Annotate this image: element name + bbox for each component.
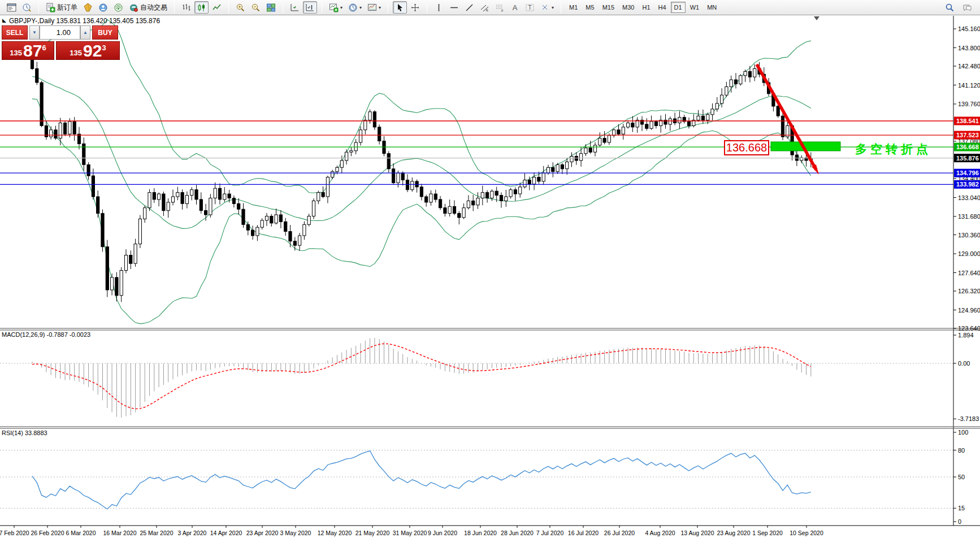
timeframe-button-w1[interactable]: W1 <box>687 2 703 13</box>
templates-button[interactable]: ▾ <box>365 1 383 14</box>
svg-text:4 Aug 2020: 4 Aug 2020 <box>645 530 675 536</box>
buy-button[interactable]: BUY <box>92 25 118 40</box>
svg-text:F: F <box>501 9 504 12</box>
horizontal-line-tool-button[interactable] <box>447 1 461 14</box>
price-axis-label-134.796: 134.796 <box>954 169 980 177</box>
text-tool-button[interactable]: A <box>508 1 522 14</box>
chart-window-button[interactable] <box>5 1 19 14</box>
svg-text:16 Jul 2020: 16 Jul 2020 <box>568 530 599 536</box>
line-chart-button[interactable] <box>210 1 224 14</box>
chart-title: GBPJPY-,Daily 135.831 136.420 135.405 13… <box>9 17 160 25</box>
auto-trading-icon <box>129 3 138 12</box>
periods-icon <box>348 3 358 12</box>
svg-text:23 Aug 2020: 23 Aug 2020 <box>717 530 751 536</box>
periods-button[interactable]: ▾ <box>346 1 364 14</box>
channel-tool-button[interactable]: E <box>478 1 492 14</box>
crosshair-tool-button[interactable] <box>408 1 422 14</box>
svg-text:25 Mar 2020: 25 Mar 2020 <box>140 530 174 536</box>
fibonacci-tool-button[interactable]: F <box>493 1 507 14</box>
zoom-in-icon <box>236 3 245 12</box>
zoom-in-button[interactable] <box>233 1 248 14</box>
svg-text:9 Jun 2020: 9 Jun 2020 <box>428 530 457 536</box>
new-order-icon <box>46 3 55 12</box>
sell-button[interactable]: SELL <box>2 25 28 40</box>
timeframe-button-mn[interactable]: MN <box>704 2 720 13</box>
symbol-corner-icon: ◣ <box>2 18 6 23</box>
svg-text:129.000: 129.000 <box>958 250 980 257</box>
svg-text:134.796: 134.796 <box>956 170 979 176</box>
metaeditor-icon <box>83 3 93 12</box>
chart-title-ohlc: 135.831 136.420 135.405 135.876 <box>57 17 161 25</box>
tick-chart-button[interactable] <box>20 1 34 14</box>
strategy-tester-button[interactable] <box>111 1 125 14</box>
chart-shift-button[interactable] <box>303 1 317 14</box>
svg-text:12 May 2020: 12 May 2020 <box>318 530 352 536</box>
bid-price-box[interactable]: 135 87 6 <box>2 41 54 60</box>
svg-text:1.894: 1.894 <box>958 332 974 339</box>
svg-text:145.160: 145.160 <box>958 25 980 32</box>
svg-text:7 Jul 2020: 7 Jul 2020 <box>536 530 564 536</box>
toolbar-separator <box>561 2 561 13</box>
cursor-icon <box>395 3 405 12</box>
auto-trading-label: 自动交易 <box>140 3 167 12</box>
metaeditor-button[interactable] <box>81 1 95 14</box>
arrows-tool-button[interactable]: ▾ <box>538 1 556 14</box>
svg-text:139.760: 139.760 <box>958 101 980 107</box>
zoom-out-button[interactable] <box>249 1 263 14</box>
indicators-button[interactable]: ▾ <box>327 1 345 14</box>
terminal-button[interactable] <box>96 1 110 14</box>
pane-splitter-rsi[interactable] <box>0 426 980 428</box>
bid-big-digits: 87 <box>23 43 42 59</box>
timeframe-button-h1[interactable]: H1 <box>639 2 653 13</box>
svg-text:1 Sep 2020: 1 Sep 2020 <box>752 530 783 536</box>
price-axis-label-133.982: 133.982 <box>954 180 980 189</box>
timeframe-button-m5[interactable]: M5 <box>582 2 597 13</box>
chart-canvas[interactable]: 145.160143.800142.480141.120139.760137.0… <box>0 0 980 538</box>
rsi-label: RSI(14) 33.8883 <box>2 429 47 436</box>
chat-button[interactable] <box>960 1 974 14</box>
timeframe-button-m1[interactable]: M1 <box>566 2 581 13</box>
price-axis-label-136.668: 136.668 <box>954 143 980 151</box>
text-label-tool-button[interactable]: T <box>523 1 537 14</box>
pivot-note-text[interactable]: 多空转折点 <box>855 141 931 157</box>
bar-chart-button[interactable] <box>179 1 193 14</box>
svg-text:50: 50 <box>958 474 965 480</box>
toolbar-separator <box>427 2 427 13</box>
timeframe-button-d1[interactable]: D1 <box>671 2 686 13</box>
cursor-tool-button[interactable] <box>393 1 407 14</box>
toolbar-separator <box>174 2 175 13</box>
trendline-icon <box>465 3 474 12</box>
new-order-button[interactable]: 新订单 <box>44 1 80 14</box>
volume-increase-button[interactable]: ▲ <box>80 25 90 40</box>
channel-icon: E <box>480 3 489 12</box>
auto-trading-button[interactable]: 自动交易 <box>127 1 170 14</box>
svg-text:31 May 2020: 31 May 2020 <box>393 530 427 536</box>
volume-input[interactable]: 1.00 <box>40 25 80 40</box>
svg-text:143.800: 143.800 <box>958 45 980 51</box>
timeframe-button-h4[interactable]: H4 <box>655 2 670 13</box>
candlestick-chart-button[interactable] <box>194 1 209 14</box>
svg-text:T: T <box>528 5 532 11</box>
macd-label: MACD(12,26,9) -0.7887 -0.0023 <box>2 331 90 338</box>
svg-text:131.680: 131.680 <box>958 213 980 220</box>
svg-text:0.00: 0.00 <box>958 360 970 367</box>
price-axis-label-135.876: 135.876 <box>954 154 980 162</box>
auto-scroll-button[interactable] <box>288 1 302 14</box>
trendline-tool-button[interactable] <box>462 1 476 14</box>
chart-shift-icon <box>305 3 315 12</box>
ask-price-box[interactable]: 135 92 3 <box>56 41 120 60</box>
svg-text:142.480: 142.480 <box>958 63 980 70</box>
svg-text:16 Mar 2020: 16 Mar 2020 <box>103 530 137 536</box>
svg-text:26 Jul 2020: 26 Jul 2020 <box>604 530 635 536</box>
pane-splitter-macd[interactable] <box>0 327 980 330</box>
vertical-line-tool-button[interactable] <box>432 1 446 14</box>
volume-decrease-button[interactable]: ▼ <box>29 25 40 40</box>
search-button[interactable] <box>943 1 957 14</box>
tile-windows-button[interactable] <box>264 1 278 14</box>
price-level-callout[interactable]: 136.668 <box>724 140 769 155</box>
timeframe-button-m15[interactable]: M15 <box>599 2 618 13</box>
timeframe-button-m30[interactable]: M30 <box>619 2 638 13</box>
toolbar-separator <box>322 2 322 13</box>
svg-text:141.120: 141.120 <box>958 82 980 89</box>
svg-text:133.982: 133.982 <box>956 181 979 188</box>
